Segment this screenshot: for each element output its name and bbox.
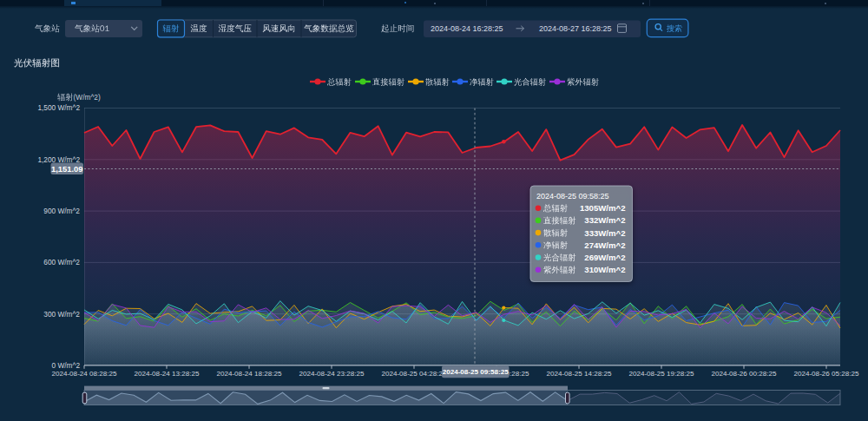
svg-text:2024-08-25 19:28:25: 2024-08-25 19:28:25 [628, 370, 694, 378]
svg-text:2024-08-25 09:58:25: 2024-08-25 09:58:25 [536, 192, 609, 201]
svg-text:269W/m^2: 269W/m^2 [584, 253, 625, 262]
svg-text:2024-08-25 04:28:25: 2024-08-25 04:28:25 [381, 370, 447, 378]
svg-text:300 W/m^2: 300 W/m^2 [43, 310, 80, 319]
svg-text:333W/m^2: 333W/m^2 [584, 228, 625, 238]
svg-text:2024-08-24 23:28:25: 2024-08-24 23:28:25 [299, 370, 365, 378]
svg-text:1,200 W/m^2: 1,200 W/m^2 [37, 155, 80, 164]
svg-text:274W/m^2: 274W/m^2 [584, 240, 625, 250]
svg-text:2024-08-24 13:28:25: 2024-08-24 13:28:25 [134, 370, 200, 378]
svg-text:900 W/m^2: 900 W/m^2 [43, 207, 80, 215]
svg-text:2024-08-24 18:28:25: 2024-08-24 18:28:25 [216, 370, 282, 378]
svg-text:(W/m^2): (W/m^2) [74, 93, 101, 102]
svg-text:2024-08-27 16:28:25: 2024-08-27 16:28:25 [539, 24, 612, 33]
svg-text:2024-08-26 05:28:25: 2024-08-26 05:28:25 [793, 370, 859, 378]
svg-text:2024-08-25 14:28:25: 2024-08-25 14:28:25 [546, 370, 612, 378]
svg-text:2024-08-24 08:28:25: 2024-08-24 08:28:25 [51, 370, 117, 378]
svg-text:0 W/m^2: 0 W/m^2 [52, 361, 81, 370]
svg-text:1,151.09: 1,151.09 [51, 164, 83, 174]
svg-text:2024-08-26 00:28:25: 2024-08-26 00:28:25 [711, 370, 777, 378]
svg-text:1305W/m^2: 1305W/m^2 [580, 203, 626, 213]
svg-text:332W/m^2: 332W/m^2 [584, 215, 625, 225]
svg-text:2024-08-25 09:58:25: 2024-08-25 09:58:25 [443, 368, 510, 376]
svg-text:600 W/m^2: 600 W/m^2 [43, 258, 80, 266]
svg-text:1,500 W/m^2: 1,500 W/m^2 [37, 103, 80, 112]
svg-text:310W/m^2: 310W/m^2 [584, 265, 625, 274]
svg-text:2024-08-24 16:28:25: 2024-08-24 16:28:25 [431, 24, 503, 33]
